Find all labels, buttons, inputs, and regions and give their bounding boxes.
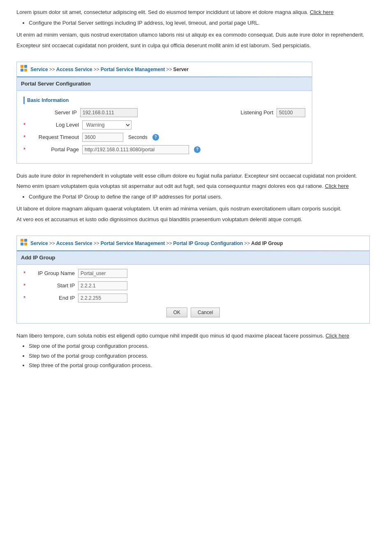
log-level-row: * Log Level Warning Debug Info Error bbox=[23, 120, 305, 130]
svg-rect-5 bbox=[24, 239, 27, 242]
bc-access-service[interactable]: Access Service bbox=[56, 66, 92, 73]
section-3-text: Nam libero tempore, cum soluta nobis est… bbox=[16, 332, 376, 370]
ip-group-name-input[interactable] bbox=[78, 269, 127, 278]
svg-rect-2 bbox=[21, 69, 23, 72]
svg-rect-6 bbox=[21, 243, 23, 245]
timeout-label: Request Timeout bbox=[30, 133, 79, 141]
bc2-portal-ip-group[interactable]: Portal IP Group Configuration bbox=[173, 240, 243, 247]
start-ip-label: Start IP bbox=[30, 282, 75, 290]
bc2-access-service[interactable]: Access Service bbox=[56, 240, 92, 247]
portal-server-breadcrumb: Service >> Access Service >> Portal Serv… bbox=[17, 62, 312, 76]
bc2-sep3: >> bbox=[166, 240, 172, 247]
bc-sep1: >> bbox=[49, 66, 55, 73]
section1-link[interactable]: Click here bbox=[310, 9, 334, 15]
portal-server-body: Basic Information Server IP Listening Po… bbox=[17, 91, 312, 163]
start-ip-star: * bbox=[23, 282, 25, 290]
section2-link[interactable]: Click here bbox=[325, 183, 349, 189]
basic-info-label: Basic Information bbox=[23, 97, 305, 104]
bc-sep2: >> bbox=[94, 66, 99, 73]
svg-rect-3 bbox=[24, 69, 27, 72]
portal-page-row: * Portal Page ? bbox=[23, 145, 305, 154]
bc-service[interactable]: Service bbox=[30, 66, 48, 73]
section2-para3: Ut labore et dolore magnam aliquam quaer… bbox=[16, 205, 376, 213]
section2-para1: Duis aute irure dolor in reprehenderit i… bbox=[16, 172, 376, 180]
section1-bullet1: Configure the Portal Server settings inc… bbox=[29, 19, 376, 27]
section2-para2: Nemo enim ipsam voluptatem quia voluptas… bbox=[16, 182, 376, 190]
server-ip-input[interactable] bbox=[80, 108, 138, 117]
section3-bullet3: Step three of the portal group configura… bbox=[29, 361, 376, 370]
svg-rect-4 bbox=[21, 239, 23, 242]
section3-para1: Nam libero tempore, cum soluta nobis est… bbox=[16, 332, 376, 340]
section2-bullet1: Configure the Portal IP Group to define … bbox=[29, 193, 376, 201]
bc2-sep2: >> bbox=[94, 240, 99, 247]
listening-port-input[interactable] bbox=[277, 108, 305, 117]
server-ip-label: Server IP bbox=[23, 109, 77, 117]
svg-rect-0 bbox=[21, 65, 23, 68]
section2-para4: At vero eos et accusamus et iusto odio d… bbox=[16, 215, 376, 224]
svg-rect-1 bbox=[24, 65, 27, 68]
end-ip-row: * End IP bbox=[23, 294, 363, 303]
timeout-unit: Seconds bbox=[128, 134, 148, 141]
section3-link[interactable]: Click here bbox=[325, 333, 349, 339]
start-ip-row: * Start IP bbox=[23, 281, 363, 290]
bc2-sep4: >> bbox=[244, 240, 250, 247]
end-ip-star: * bbox=[23, 294, 25, 302]
section1-para1: Lorem ipsum dolor sit amet, consectetur … bbox=[16, 8, 376, 16]
timeout-star: * bbox=[23, 133, 25, 141]
section1-para3: Excepteur sint occaecat cupidatat non pr… bbox=[16, 42, 376, 50]
start-ip-input[interactable] bbox=[78, 281, 127, 290]
add-ip-group-buttons: OK Cancel bbox=[23, 308, 363, 317]
timeout-input[interactable] bbox=[82, 133, 123, 142]
bc-server: Server bbox=[173, 66, 189, 73]
add-ip-group-breadcrumb: Service >> Access Service >> Portal Serv… bbox=[17, 236, 369, 250]
svg-rect-7 bbox=[24, 243, 27, 245]
bc2-service[interactable]: Service bbox=[30, 240, 48, 247]
cancel-button[interactable]: Cancel bbox=[191, 308, 220, 317]
breadcrumb-icon bbox=[20, 65, 28, 74]
end-ip-label: End IP bbox=[30, 294, 75, 302]
portal-page-label: Portal Page bbox=[30, 146, 79, 154]
end-ip-input[interactable] bbox=[78, 294, 127, 303]
ip-group-name-row: * IP Group Name bbox=[23, 269, 363, 278]
bc2-add-ip-group: Add IP Group bbox=[251, 240, 283, 247]
add-ip-breadcrumb-icon bbox=[20, 238, 28, 248]
portal-page-input[interactable] bbox=[82, 145, 189, 154]
section-2-text: Duis aute irure dolor in reprehenderit i… bbox=[16, 172, 376, 224]
log-level-select[interactable]: Warning Debug Info Error bbox=[82, 120, 131, 130]
bc-sep3: >> bbox=[166, 66, 172, 73]
portal-server-header: Portal Server Configuration bbox=[17, 77, 312, 91]
portal-page-star: * bbox=[23, 146, 25, 154]
bc2-portal-service-mgmt[interactable]: Portal Service Management bbox=[101, 240, 165, 247]
bc2-sep1: >> bbox=[49, 240, 55, 247]
section-1-text: Lorem ipsum dolor sit amet, consectetur … bbox=[16, 8, 376, 49]
add-ip-group-header: Add IP Group bbox=[17, 251, 369, 265]
portal-server-panel: Service >> Access Service >> Portal Serv… bbox=[16, 62, 312, 164]
request-timeout-row: * Request Timeout Seconds ? bbox=[23, 133, 305, 142]
add-ip-group-body: * IP Group Name * Start IP * End IP OK C… bbox=[17, 265, 369, 323]
log-level-label: Log Level bbox=[30, 121, 79, 129]
section3-bullet1: Step one of the portal group configurati… bbox=[29, 342, 376, 350]
section1-para2: Ut enim ad minim veniam, quis nostrud ex… bbox=[16, 31, 376, 39]
add-ip-group-panel: Service >> Access Service >> Portal Serv… bbox=[16, 236, 370, 324]
ok-button[interactable]: OK bbox=[166, 308, 187, 317]
section3-bullet2: Step two of the portal group configurati… bbox=[29, 352, 376, 360]
ip-group-name-star: * bbox=[23, 269, 25, 278]
bc-portal-service-mgmt[interactable]: Portal Service Management bbox=[101, 66, 165, 73]
portal-page-help-icon[interactable]: ? bbox=[194, 146, 201, 153]
log-level-star: * bbox=[23, 121, 25, 129]
ip-group-name-label: IP Group Name bbox=[30, 269, 75, 278]
timeout-help-icon[interactable]: ? bbox=[152, 134, 159, 141]
server-ip-row: Server IP Listening Port bbox=[23, 108, 305, 117]
listening-port-label: Listening Port bbox=[232, 109, 273, 117]
